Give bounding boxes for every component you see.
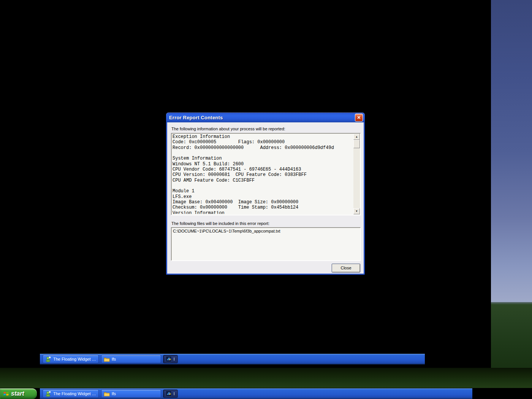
- folder-icon: [104, 356, 110, 362]
- report-contents-text: Exception Information Code: 0xc0000005 F…: [173, 134, 353, 214]
- window-close-icon[interactable]: ×: [355, 114, 363, 122]
- dialog-title: Error Report Contents: [169, 115, 355, 120]
- dialog-body: The following information about your pro…: [167, 122, 364, 274]
- files-included-label: The following files will be included in …: [171, 221, 269, 226]
- start-button[interactable]: start: [0, 388, 37, 399]
- report-contents-box[interactable]: Exception Information Code: 0xc0000005 F…: [171, 133, 361, 215]
- taskbar-button-lfs-app-active[interactable]: l: [163, 355, 178, 363]
- scroll-up-icon[interactable]: ▲: [353, 134, 360, 140]
- taskbar-button-lfs-folder[interactable]: lfs: [101, 390, 161, 398]
- taskbar-button-lfs-folder[interactable]: lfs: [101, 355, 161, 363]
- taskbar-button-label: lfs: [112, 357, 116, 361]
- taskbar-button-label: l: [174, 391, 174, 396]
- wallpaper-grass-bottom: [0, 368, 532, 388]
- files-list-box[interactable]: C:\DOCUME~1\PC\LOCALS~1\Temp\6f3b_appcom…: [171, 227, 361, 261]
- taskbar-button-floating-widget[interactable]: The Floating Widget -...: [43, 355, 99, 363]
- scroll-down-icon[interactable]: ▼: [353, 208, 360, 214]
- report-info-label: The following information about your pro…: [171, 127, 285, 131]
- lfs-app-icon: [166, 391, 172, 397]
- taskbar-button-label: The Floating Widget -...: [53, 391, 96, 396]
- taskbar-button-floating-widget[interactable]: The Floating Widget -...: [43, 390, 99, 398]
- taskbar-button-label: The Floating Widget -...: [53, 357, 96, 361]
- taskbar: The Floating Widget -... lfs l: [40, 388, 472, 399]
- wallpaper-sky: [491, 0, 532, 302]
- taskbar-button-label: lfs: [112, 391, 116, 396]
- folder-icon: [104, 391, 110, 397]
- windows-logo-icon: [3, 391, 9, 397]
- messenger-buddy-icon: [45, 391, 51, 397]
- start-button-label: start: [11, 390, 24, 397]
- close-button[interactable]: Close: [332, 264, 360, 272]
- scrollbar-thumb[interactable]: [353, 140, 360, 148]
- taskbar-button-label: l: [174, 357, 174, 361]
- ghost-taskbar: The Floating Widget -... lfs l: [40, 354, 425, 364]
- report-scrollbar[interactable]: ▲ ▼: [353, 134, 360, 214]
- error-report-dialog: Error Report Contents × The following in…: [166, 112, 365, 275]
- included-file-path: C:\DOCUME~1\PC\LOCALS~1\Temp\6f3b_appcom…: [173, 229, 359, 233]
- taskbar-button-lfs-app-active[interactable]: l: [163, 390, 178, 398]
- messenger-buddy-icon: [45, 356, 51, 362]
- lfs-app-icon: [166, 356, 172, 362]
- dialog-titlebar[interactable]: Error Report Contents ×: [166, 112, 365, 122]
